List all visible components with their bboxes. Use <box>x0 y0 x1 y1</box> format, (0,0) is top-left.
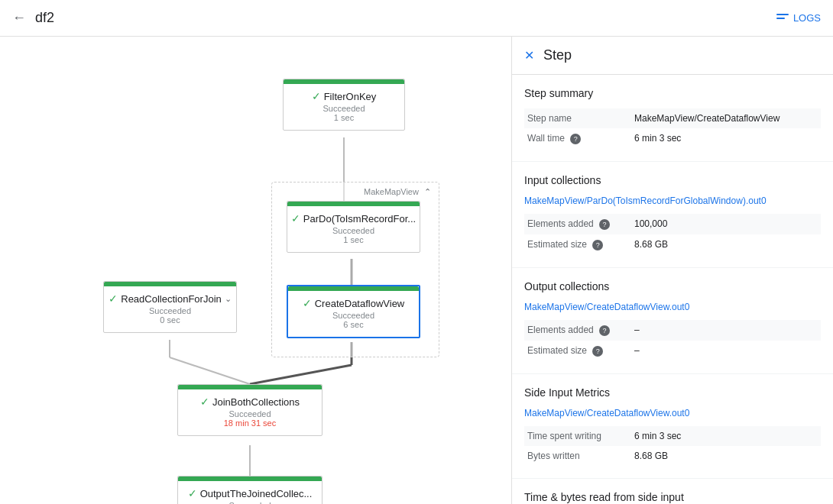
side-input-table-section: Time & bytes read from side input Side i… <box>512 479 833 504</box>
output-size-row: Estimated size ? – <box>524 341 821 361</box>
node-status: Succeeded <box>293 104 395 113</box>
node-content: ✓ ParDo(ToIsmRecordFor... Succeeded 1 se… <box>287 206 420 252</box>
wall-time-row: Wall time ? 6 min 3 sec <box>524 128 821 149</box>
elements-added-help-icon[interactable]: ? <box>599 219 610 230</box>
check-icon: ✓ <box>303 297 312 309</box>
step-name-label: Step name <box>524 108 631 128</box>
node-title: ✓ ParDo(ToIsmRecordFor... <box>297 212 410 225</box>
check-icon: ✓ <box>312 90 321 102</box>
node-create-dataflow-view[interactable]: ✓ CreateDataflowView Succeeded 6 sec <box>287 285 420 338</box>
wall-time-help-icon[interactable]: ? <box>570 134 581 144</box>
node-time: 0 sec <box>113 315 227 325</box>
node-time: 1 sec <box>293 113 395 122</box>
output-size-value: – <box>631 341 821 361</box>
output-size-help-icon[interactable]: ? <box>592 346 603 357</box>
bytes-written-row: Bytes written 8.68 GB <box>524 446 821 466</box>
node-filter-on-key[interactable]: ✓ FilterOnKey Succeeded 1 sec <box>283 79 405 131</box>
node-status: Succeeded <box>187 501 313 504</box>
node-title: ✓ JoinBothCollections <box>187 396 313 408</box>
input-collections-section: Input collections MakeMapView/ParDo(ToIs… <box>512 162 833 268</box>
check-icon: ✓ <box>109 292 118 305</box>
step-summary-section: Step summary Step name MakeMapView/Creat… <box>512 75 833 162</box>
panel-title: Step <box>543 47 572 63</box>
node-time: 18 min 31 sec <box>187 418 313 428</box>
wall-time-label: Wall time ? <box>524 128 631 149</box>
node-title: ✓ CreateDataflowView <box>297 297 410 309</box>
dag-nodes-container: MakeMapView ⌃ ✓ FilterOnKey Succeeded 1 … <box>0 37 511 504</box>
check-icon: ✓ <box>200 396 209 408</box>
back-button[interactable]: ← <box>12 10 26 26</box>
side-input-collection-name: MakeMapView/CreateDataflowView.out0 <box>524 408 821 418</box>
input-collection-name: MakeMapView/ParDo(ToIsmRecordForGlobalWi… <box>524 195 821 206</box>
side-input-metrics-table: Time spent writing 6 min 3 sec Bytes wri… <box>524 426 821 466</box>
node-content: ✓ FilterOnKey Succeeded 1 sec <box>284 84 404 130</box>
input-size-label: Estimated size ? <box>524 234 631 255</box>
node-content: ✓ CreateDataflowView Succeeded 6 sec <box>288 291 419 337</box>
node-status: Succeeded <box>187 409 313 418</box>
output-elements-label: Elements added ? <box>524 320 631 341</box>
step-name-value: MakeMapView/CreateDataflowView <box>631 108 821 128</box>
output-elements-value: – <box>631 320 821 341</box>
node-time: 1 sec <box>297 235 410 244</box>
node-content: ✓ JoinBothCollections Succeeded 18 min 3… <box>178 389 322 435</box>
step-name-row: Step name MakeMapView/CreateDataflowView <box>524 108 821 128</box>
bytes-written-label: Bytes written <box>524 446 631 466</box>
input-elements-row: Elements added ? 100,000 <box>524 214 821 234</box>
output-collections-title: Output collections <box>524 280 821 292</box>
time-writing-row: Time spent writing 6 min 3 sec <box>524 426 821 446</box>
output-size-label: Estimated size ? <box>524 341 631 361</box>
bytes-written-value: 8.68 GB <box>631 446 821 466</box>
group-label: MakeMapView ⌃ <box>364 187 431 197</box>
logs-label: LOGS <box>793 12 821 24</box>
svg-line-5 <box>250 365 352 384</box>
node-output-joined[interactable]: ✓ OutputTheJoinedCollec... Succeeded 18 … <box>177 476 323 504</box>
input-size-value: 8.68 GB <box>631 234 821 255</box>
input-elements-value: 100,000 <box>631 214 821 234</box>
output-collections-table: Elements added ? – Estimated size ? – <box>524 320 821 361</box>
close-button[interactable]: ✕ <box>524 48 534 63</box>
input-elements-label: Elements added ? <box>524 214 631 234</box>
expand-icon[interactable]: ⌄ <box>225 294 232 304</box>
side-input-metrics-title: Side Input Metrics <box>524 386 821 399</box>
page-title: df2 <box>35 10 776 26</box>
side-input-table-title: Time & bytes read from side input <box>524 491 821 503</box>
node-status: Succeeded <box>113 306 227 315</box>
node-pardo[interactable]: ✓ ParDo(ToIsmRecordFor... Succeeded 1 se… <box>287 201 420 253</box>
output-elements-row: Elements added ? – <box>524 320 821 341</box>
svg-line-3 <box>170 357 250 384</box>
node-time: 6 sec <box>297 320 410 329</box>
list-icon <box>776 14 789 23</box>
node-title: ✓ FilterOnKey <box>293 90 395 102</box>
estimated-size-help-icon[interactable]: ? <box>592 240 603 250</box>
main-layout: MakeMapView ⌃ ✓ FilterOnKey Succeeded 1 … <box>0 37 833 504</box>
node-read-collection-for-join[interactable]: ✓ ReadCollectionForJoin ⌄ Succeeded 0 se… <box>103 281 237 333</box>
dag-canvas[interactable]: MakeMapView ⌃ ✓ FilterOnKey Succeeded 1 … <box>0 37 512 504</box>
time-writing-label: Time spent writing <box>524 426 631 446</box>
time-writing-value: 6 min 3 sec <box>631 426 821 446</box>
node-join-both-collections[interactable]: ✓ JoinBothCollections Succeeded 18 min 3… <box>177 384 323 436</box>
output-collection-name: MakeMapView/CreateDataflowView.out0 <box>524 302 821 312</box>
node-content: ✓ ReadCollectionForJoin ⌄ Succeeded 0 se… <box>104 286 236 332</box>
side-input-metrics-section: Side Input Metrics MakeMapView/CreateDat… <box>512 374 833 479</box>
check-icon: ✓ <box>188 487 197 499</box>
input-collections-title: Input collections <box>524 174 821 186</box>
step-summary-table: Step name MakeMapView/CreateDataflowView… <box>524 108 821 149</box>
input-size-row: Estimated size ? 8.68 GB <box>524 234 821 255</box>
output-collections-section: Output collections MakeMapView/CreateDat… <box>512 268 833 374</box>
node-title: ✓ ReadCollectionForJoin ⌄ <box>113 292 227 305</box>
app-header: ← df2 LOGS <box>0 0 833 37</box>
check-icon: ✓ <box>291 212 300 225</box>
step-summary-title: Step summary <box>524 87 821 99</box>
group-collapse-button[interactable]: ⌃ <box>424 187 431 196</box>
wall-time-value: 6 min 3 sec <box>631 128 821 149</box>
panel-header: ✕ Step <box>512 37 833 75</box>
node-title: ✓ OutputTheJoinedCollec... <box>187 487 313 499</box>
node-status: Succeeded <box>297 226 410 235</box>
logs-button[interactable]: LOGS <box>776 12 821 24</box>
node-content: ✓ OutputTheJoinedCollec... Succeeded 18 … <box>178 481 322 504</box>
output-elements-help-icon[interactable]: ? <box>599 325 610 336</box>
input-collections-table: Elements added ? 100,000 Estimated size … <box>524 214 821 255</box>
step-panel: ✕ Step Step summary Step name MakeMapVie… <box>512 37 833 504</box>
node-status: Succeeded <box>297 311 410 320</box>
